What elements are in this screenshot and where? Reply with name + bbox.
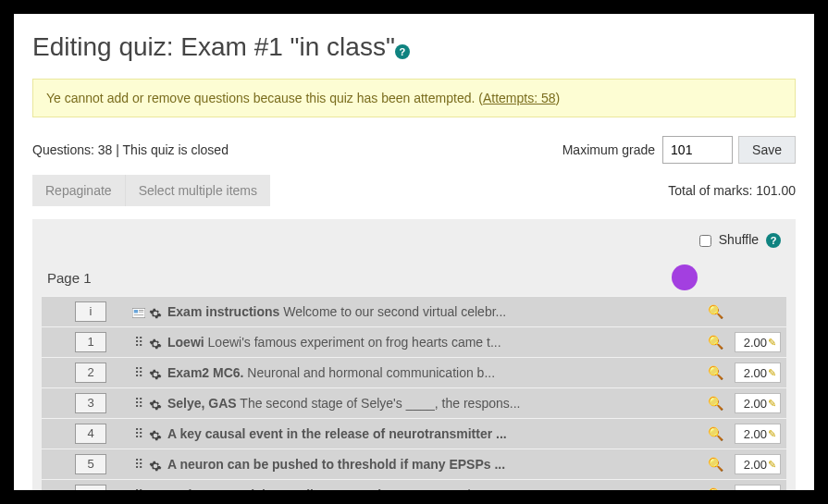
question-number: 3 bbox=[75, 393, 106, 413]
preview-icon[interactable]: 🔍 bbox=[708, 365, 723, 380]
preview-icon[interactable]: 🔍 bbox=[708, 487, 723, 490]
total-marks: Total of marks: 101.00 bbox=[668, 183, 796, 198]
gear-icon[interactable] bbox=[149, 429, 162, 442]
page-title: Editing quiz: Exam #1 "in class"? bbox=[32, 32, 796, 62]
shuffle-label: Shuffle bbox=[719, 232, 759, 247]
question-row: 6⠿Action potentials are all-or-none phen… bbox=[42, 479, 786, 490]
save-button[interactable]: Save bbox=[738, 136, 796, 164]
gear-icon[interactable] bbox=[149, 399, 162, 412]
question-row: 5⠿A neuron can be pushed to threshold if… bbox=[42, 449, 786, 479]
question-number: 6 bbox=[75, 485, 106, 490]
question-row: 4⠿A key causal event in the release of n… bbox=[42, 418, 786, 449]
list-icon: ⠿ bbox=[132, 487, 145, 490]
preview-icon[interactable]: 🔍 bbox=[708, 396, 723, 411]
shuffle-checkbox[interactable] bbox=[699, 235, 711, 247]
pencil-icon[interactable]: ✎ bbox=[768, 337, 776, 349]
question-text[interactable]: Exam instructions Welcome to our second … bbox=[167, 304, 697, 319]
preview-icon[interactable]: 🔍 bbox=[708, 335, 723, 350]
question-number: 2 bbox=[75, 363, 106, 383]
list-icon: ⠿ bbox=[132, 457, 145, 472]
list-icon: ⠿ bbox=[132, 396, 145, 411]
attempts-link[interactable]: Attempts: 58 bbox=[483, 91, 556, 105]
question-number: 4 bbox=[75, 424, 106, 444]
highlight-dot bbox=[672, 264, 698, 290]
gear-icon[interactable] bbox=[149, 460, 162, 473]
list-icon: ⠿ bbox=[132, 426, 145, 441]
mark-input[interactable]: 2.00✎ bbox=[735, 332, 781, 352]
preview-icon[interactable]: 🔍 bbox=[708, 426, 723, 441]
pencil-icon[interactable]: ✎ bbox=[768, 428, 776, 440]
maxgrade-input[interactable] bbox=[662, 136, 733, 164]
question-row: 2⠿Exam2 MC6. Neuronal and hormonal commu… bbox=[42, 357, 786, 387]
description-icon bbox=[132, 306, 145, 316]
question-number: 5 bbox=[75, 454, 106, 474]
preview-icon[interactable]: 🔍 bbox=[708, 457, 723, 472]
question-text[interactable]: Selye, GAS The second stage of Selye's _… bbox=[167, 396, 697, 411]
repaginate-button: Repaginate bbox=[32, 175, 125, 206]
question-text[interactable]: Loewi Loewi's famous experiment on frog … bbox=[167, 335, 697, 350]
pencil-icon[interactable]: ✎ bbox=[768, 459, 776, 471]
page-label: Page 1 bbox=[47, 270, 92, 286]
mark-input[interactable]: 2.00✎ bbox=[735, 363, 781, 383]
question-panel: Shuffle ? Page 1 iExam instructions Welc… bbox=[32, 219, 796, 490]
question-row: 3⠿Selye, GAS The second stage of Selye's… bbox=[42, 387, 786, 418]
list-icon: ⠿ bbox=[132, 365, 145, 380]
svg-rect-1 bbox=[134, 310, 138, 313]
svg-rect-3 bbox=[139, 311, 143, 312]
pencil-icon[interactable]: ✎ bbox=[768, 367, 776, 379]
pencil-icon[interactable]: ✎ bbox=[768, 398, 776, 410]
question-row: 1⠿Loewi Loewi's famous experiment on fro… bbox=[42, 326, 786, 357]
select-multiple-button: Select multiple items bbox=[125, 175, 270, 206]
mark-input[interactable]: 2.00✎ bbox=[735, 424, 781, 444]
maxgrade-label: Maximum grade bbox=[562, 142, 655, 157]
gear-icon[interactable] bbox=[149, 307, 162, 320]
mark-input[interactable]: 2.00✎ bbox=[735, 485, 781, 490]
gear-icon[interactable] bbox=[149, 338, 162, 350]
mark-input[interactable]: 2.00✎ bbox=[735, 454, 781, 474]
question-number: 1 bbox=[75, 332, 106, 352]
svg-rect-4 bbox=[134, 314, 144, 315]
question-text[interactable]: Exam2 MC6. Neuronal and hormonal communi… bbox=[167, 365, 697, 380]
question-text[interactable]: A key causal event in the release of neu… bbox=[167, 426, 697, 441]
mark-input[interactable]: 2.00✎ bbox=[735, 393, 781, 413]
pencil-icon[interactable]: ✎ bbox=[768, 489, 776, 491]
svg-rect-2 bbox=[139, 310, 143, 311]
question-text[interactable]: Action potentials are all-or-none phenom… bbox=[167, 487, 697, 490]
status-text: Questions: 38 | This quiz is closed bbox=[32, 142, 562, 157]
help-icon[interactable]: ? bbox=[395, 44, 410, 59]
help-icon[interactable]: ? bbox=[766, 233, 781, 248]
alert-banner: Ye cannot add or remove questions becaus… bbox=[32, 79, 796, 117]
question-text[interactable]: A neuron can be pushed to threshold if m… bbox=[167, 457, 697, 472]
question-row: iExam instructions Welcome to our second… bbox=[42, 296, 786, 326]
question-number: i bbox=[75, 301, 106, 322]
preview-icon[interactable]: 🔍 bbox=[708, 304, 723, 319]
list-icon: ⠿ bbox=[132, 335, 145, 350]
gear-icon[interactable] bbox=[149, 368, 162, 381]
